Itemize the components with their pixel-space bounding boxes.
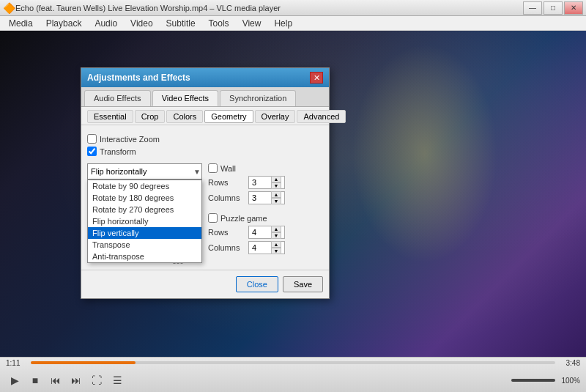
- puzzle-section-row: Puzzle game: [208, 213, 323, 223]
- menu-playback[interactable]: Playback: [40, 17, 88, 30]
- menu-help[interactable]: Help: [268, 17, 298, 30]
- subtab-overlay[interactable]: Overlay: [255, 110, 296, 123]
- transform-checkbox[interactable]: [87, 147, 97, 156]
- tab-audio-effects[interactable]: Audio Effects: [84, 90, 151, 106]
- wall-cols-row: Columns 3 ▲ ▼: [208, 191, 323, 204]
- subtabs: Essential Crop Colors Geometry Overlay A…: [81, 107, 329, 125]
- tab-video-effects[interactable]: Video Effects: [152, 90, 218, 106]
- dialog-close-button[interactable]: ✕: [310, 72, 323, 84]
- close-window-button[interactable]: ✕: [564, 1, 583, 15]
- transform-label: Transform: [100, 147, 136, 156]
- interactive-zoom-label: Interactive Zoom: [100, 135, 160, 144]
- wall-rows-down[interactable]: ▼: [271, 182, 281, 189]
- fullscreen-button[interactable]: ⛶: [88, 371, 105, 389]
- transform-row: Transform: [87, 147, 323, 156]
- controls-row: ▶ ■ ⏮ ⏭ ⛶ ☰ 100%: [0, 368, 586, 392]
- option-rotate270[interactable]: Rotate by 270 degrees: [88, 204, 201, 215]
- dialog-content: Interactive Zoom Transform Rotate by 90 …: [81, 125, 329, 270]
- wall-rows-up[interactable]: ▲: [271, 176, 281, 182]
- save-button[interactable]: Save: [283, 276, 323, 292]
- wall-label: Wall: [220, 164, 236, 173]
- puzzle-rows-spinbox[interactable]: 4 ▲ ▼: [248, 226, 285, 239]
- option-transpose[interactable]: Transpose: [88, 239, 201, 251]
- two-column-layout: Rotate by 90 degrees Flip horizontally ▼…: [87, 160, 323, 264]
- wall-cols-up[interactable]: ▲: [271, 191, 281, 198]
- wall-checkbox[interactable]: [208, 163, 218, 173]
- volume-track[interactable]: [511, 379, 555, 382]
- puzzle-cols-label: Columns: [208, 243, 248, 252]
- volume-fill: [511, 379, 555, 382]
- window-title: Echo (feat. Tauren Wells) Live Elevation…: [15, 4, 523, 12]
- left-column: Rotate by 90 degrees Flip horizontally ▼…: [87, 160, 202, 264]
- current-time: 1:11: [6, 359, 28, 367]
- wall-cols-value: 3: [252, 193, 271, 202]
- puzzle-checkbox[interactable]: [208, 213, 218, 223]
- subtab-geometry[interactable]: Geometry: [204, 110, 253, 123]
- dialog-title: Adjustments and Effects: [87, 73, 310, 83]
- progress-row: 1:11 3:48: [0, 358, 586, 368]
- puzzle-rows-label: Rows: [208, 228, 248, 237]
- dialog-footer: Close Save: [81, 270, 329, 298]
- wall-rows-label: Rows: [208, 178, 248, 187]
- adjustments-dialog: Adjustments and Effects ✕ Audio Effects …: [81, 67, 330, 299]
- interactive-zoom-row: Interactive Zoom: [87, 134, 323, 144]
- option-flip-h[interactable]: Flip horizontally: [88, 215, 201, 227]
- option-anti-transpose[interactable]: Anti-transpose: [88, 251, 201, 262]
- puzzle-label: Puzzle game: [220, 214, 267, 223]
- menu-audio[interactable]: Audio: [89, 17, 123, 30]
- wall-cols-spinbox[interactable]: 3 ▲ ▼: [248, 191, 285, 204]
- main-tabs: Audio Effects Video Effects Synchronizat…: [81, 87, 329, 107]
- wall-rows-value: 3: [252, 178, 271, 187]
- prev-button[interactable]: ⏮: [47, 371, 64, 389]
- puzzle-cols-up[interactable]: ▲: [271, 241, 281, 248]
- wall-section-row: Wall: [208, 163, 323, 173]
- menu-media[interactable]: Media: [3, 17, 39, 30]
- stop-button[interactable]: ■: [26, 371, 44, 389]
- vlc-icon: 🔶: [3, 2, 15, 14]
- option-flip-v[interactable]: Flip vertically: [88, 227, 201, 239]
- tab-synchronization[interactable]: Synchronization: [220, 90, 296, 106]
- puzzle-rows-row: Rows 4 ▲ ▼: [208, 226, 323, 239]
- dropdown-list: Rotate by 90 degrees Rotate by 180 degre…: [87, 180, 202, 263]
- next-button[interactable]: ⏭: [67, 371, 85, 389]
- puzzle-cols-value: 4: [252, 243, 271, 252]
- progress-fill: [31, 361, 136, 364]
- option-rotate180[interactable]: Rotate by 180 degrees: [88, 192, 201, 204]
- wall-rows-row: Rows 3 ▲ ▼: [208, 176, 323, 189]
- volume-label: 100%: [561, 377, 580, 385]
- puzzle-cols-spinbox[interactable]: 4 ▲ ▼: [248, 241, 285, 254]
- dialog-titlebar: Adjustments and Effects ✕: [81, 68, 329, 87]
- wall-cols-down[interactable]: ▼: [271, 198, 281, 204]
- menu-view[interactable]: View: [237, 17, 267, 30]
- wall-rows-spinbox[interactable]: 3 ▲ ▼: [248, 176, 285, 189]
- wall-rows-arrows: ▲ ▼: [271, 176, 281, 189]
- transform-dropdown[interactable]: Rotate by 90 degrees Flip horizontally: [87, 163, 202, 180]
- extended-settings-button[interactable]: ☰: [108, 371, 126, 389]
- puzzle-rows-value: 4: [252, 228, 271, 237]
- subtab-essential[interactable]: Essential: [87, 110, 133, 123]
- transform-dropdown-container: Rotate by 90 degrees Flip horizontally ▼…: [87, 163, 202, 180]
- subtab-colors[interactable]: Colors: [166, 110, 203, 123]
- progress-track[interactable]: [31, 361, 555, 364]
- puzzle-rows-up[interactable]: ▲: [271, 226, 281, 232]
- right-column: Wall Rows 3 ▲ ▼ Columns: [208, 160, 323, 264]
- puzzle-rows-down[interactable]: ▼: [271, 232, 281, 239]
- subtab-advanced[interactable]: Advanced: [297, 110, 346, 123]
- dialog-overlay: Adjustments and Effects ✕ Audio Effects …: [0, 31, 586, 357]
- menu-subtitle[interactable]: Subtitle: [160, 17, 201, 30]
- interactive-zoom-checkbox[interactable]: [87, 134, 97, 144]
- total-time: 3:48: [558, 359, 580, 367]
- wall-cols-label: Columns: [208, 193, 248, 202]
- minimize-button[interactable]: —: [523, 1, 542, 15]
- menu-tools[interactable]: Tools: [203, 17, 235, 30]
- option-rotate90[interactable]: Rotate by 90 degrees: [88, 180, 201, 192]
- close-button[interactable]: Close: [236, 276, 278, 292]
- maximize-button[interactable]: □: [544, 1, 563, 15]
- bottom-bar: 1:11 3:48 ▶ ■ ⏮ ⏭ ⛶ ☰ 100%: [0, 357, 586, 392]
- menu-video[interactable]: Video: [125, 17, 158, 30]
- wall-cols-arrows: ▲ ▼: [271, 191, 281, 204]
- puzzle-cols-down[interactable]: ▼: [271, 248, 281, 254]
- puzzle-cols-arrows: ▲ ▼: [271, 241, 281, 254]
- play-button[interactable]: ▶: [6, 371, 23, 389]
- subtab-crop[interactable]: Crop: [135, 110, 166, 123]
